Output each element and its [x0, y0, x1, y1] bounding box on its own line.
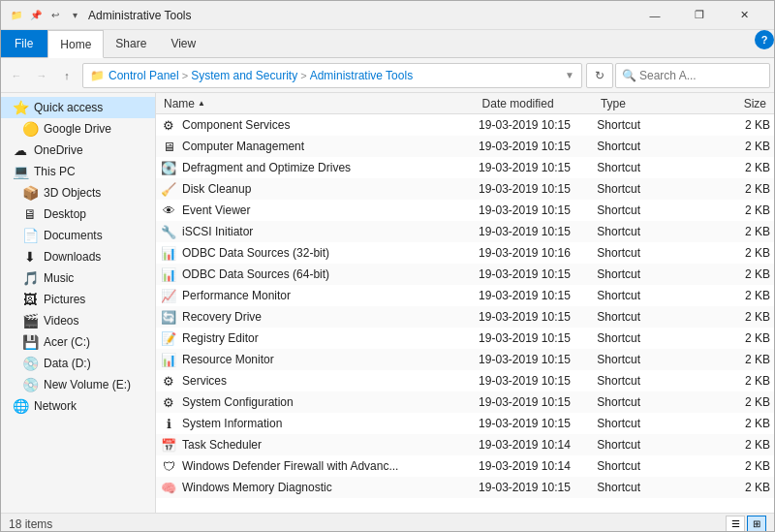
- file-size-7: 2 KB: [698, 267, 770, 281]
- search-bar[interactable]: 🔍: [615, 63, 770, 88]
- sidebar-icon-quick-access: ⭐: [13, 100, 28, 115]
- table-row[interactable]: 🔄 Recovery Drive 19-03-2019 10:15 Shortc…: [156, 306, 774, 328]
- sidebar-label-documents: Documents: [44, 229, 103, 242]
- table-row[interactable]: 💽 Defragment and Optimize Drives 19-03-2…: [156, 157, 774, 178]
- file-size-13: 2 KB: [698, 395, 770, 409]
- sidebar: ⭐Quick access🟡Google Drive☁OneDrive💻This…: [1, 93, 156, 513]
- detail-view-button[interactable]: ⊞: [747, 516, 766, 533]
- sidebar-item-acer-c[interactable]: 💾Acer (C:): [1, 331, 155, 353]
- search-input[interactable]: [639, 69, 763, 82]
- table-row[interactable]: 🧹 Disk Cleanup 19-03-2019 10:15 Shortcut…: [156, 178, 774, 200]
- sidebar-label-onedrive: OneDrive: [34, 143, 83, 157]
- file-name-7: 📊 ODBC Data Sources (64-bit): [160, 267, 479, 282]
- col-header-date[interactable]: Date modified: [479, 97, 597, 110]
- sidebar-item-music[interactable]: 🎵Music: [1, 267, 155, 289]
- file-type-8: Shortcut: [597, 289, 697, 302]
- file-type-16: Shortcut: [597, 459, 697, 473]
- table-row[interactable]: 📝 Registry Editor 19-03-2019 10:15 Short…: [156, 328, 774, 349]
- file-date-12: 19-03-2019 10:15: [479, 374, 597, 388]
- file-icon-15: 📅: [160, 438, 177, 453]
- sidebar-item-google-drive[interactable]: 🟡Google Drive: [1, 118, 155, 140]
- minimize-button[interactable]: —: [633, 1, 677, 30]
- sidebar-item-quick-access[interactable]: ⭐Quick access: [1, 97, 155, 118]
- sidebar-item-3d-objects[interactable]: 📦3D Objects: [1, 182, 155, 203]
- file-type-14: Shortcut: [597, 417, 697, 430]
- table-row[interactable]: 🖥 Computer Management 19-03-2019 10:15 S…: [156, 136, 774, 157]
- table-row[interactable]: 📅 Task Scheduler 19-03-2019 10:14 Shortc…: [156, 434, 774, 455]
- table-row[interactable]: ℹ System Information 19-03-2019 10:15 Sh…: [156, 413, 774, 434]
- table-row[interactable]: 🔧 iSCSI Initiator 19-03-2019 10:15 Short…: [156, 221, 774, 242]
- file-size-4: 2 KB: [698, 203, 770, 217]
- address-dropdown-icon[interactable]: ▼: [565, 70, 574, 80]
- refresh-button[interactable]: ↻: [586, 63, 613, 88]
- sidebar-item-documents[interactable]: 📄Documents: [1, 225, 155, 246]
- close-button[interactable]: ✕: [722, 1, 766, 30]
- table-row[interactable]: 📊 Resource Monitor 19-03-2019 10:15 Shor…: [156, 349, 774, 370]
- sidebar-item-new-vol-e[interactable]: 💿New Volume (E:): [1, 374, 155, 395]
- file-name-16: 🛡 Windows Defender Firewall with Advanc.…: [160, 459, 479, 474]
- file-date-2: 19-03-2019 10:15: [479, 161, 597, 174]
- back-button[interactable]: ←: [5, 64, 28, 87]
- sidebar-item-this-pc[interactable]: 💻This PC: [1, 161, 155, 182]
- window-controls: — ❐ ✕: [633, 1, 766, 30]
- sidebar-item-data-d[interactable]: 💿Data (D:): [1, 353, 155, 374]
- file-icon-3: 🧹: [160, 182, 177, 197]
- file-type-13: Shortcut: [597, 395, 697, 409]
- address-bar[interactable]: 📁 Control Panel > System and Security > …: [82, 63, 582, 88]
- table-row[interactable]: 📊 ODBC Data Sources (64-bit) 19-03-2019 …: [156, 264, 774, 285]
- file-name-10: 📝 Registry Editor: [160, 331, 479, 346]
- title-bar: 📁 📌 ↩ ▾ Administrative Tools — ❐ ✕: [1, 1, 774, 30]
- table-row[interactable]: 📊 ODBC Data Sources (32-bit) 19-03-2019 …: [156, 242, 774, 264]
- sidebar-label-data-d: Data (D:): [44, 357, 91, 370]
- sidebar-item-videos[interactable]: 🎬Videos: [1, 310, 155, 331]
- address-admin-tools[interactable]: Administrative Tools: [310, 69, 414, 82]
- col-header-name[interactable]: Name ▲: [160, 97, 479, 110]
- table-row[interactable]: ⚙ System Configuration 19-03-2019 10:15 …: [156, 391, 774, 413]
- sidebar-label-videos: Videos: [44, 314, 78, 328]
- ribbon: File Home Share View ?: [1, 30, 774, 58]
- file-icon-16: 🛡: [160, 459, 177, 474]
- help-button[interactable]: ?: [755, 30, 774, 49]
- file-size-5: 2 KB: [698, 225, 770, 238]
- forward-button[interactable]: →: [30, 64, 53, 87]
- file-name-14: ℹ System Information: [160, 417, 479, 431]
- tab-share[interactable]: Share: [104, 30, 159, 57]
- maximize-button[interactable]: ❐: [677, 1, 722, 30]
- col-header-type[interactable]: Type: [597, 97, 698, 110]
- folder-icon: 📁: [9, 8, 24, 23]
- table-row[interactable]: 👁 Event Viewer 19-03-2019 10:15 Shortcut…: [156, 200, 774, 221]
- file-date-15: 19-03-2019 10:14: [479, 438, 597, 452]
- tab-view[interactable]: View: [159, 30, 208, 57]
- file-icon-1: 🖥: [160, 140, 177, 154]
- table-row[interactable]: ⚙ Component Services 19-03-2019 10:15 Sh…: [156, 114, 774, 136]
- address-sep-1: >: [182, 70, 188, 81]
- sidebar-item-downloads[interactable]: ⬇Downloads: [1, 246, 155, 267]
- file-type-7: Shortcut: [597, 267, 697, 281]
- search-icon: 🔍: [622, 69, 636, 82]
- sidebar-icon-acer-c: 💾: [22, 334, 38, 350]
- file-size-12: 2 KB: [698, 374, 770, 388]
- sidebar-item-network[interactable]: 🌐Network: [1, 395, 155, 417]
- table-row[interactable]: 📈 Performance Monitor 19-03-2019 10:15 S…: [156, 285, 774, 306]
- table-row[interactable]: 🛡 Windows Defender Firewall with Advanc.…: [156, 455, 774, 477]
- tab-file[interactable]: File: [1, 30, 47, 57]
- file-icon-13: ⚙: [160, 395, 177, 410]
- address-system-security[interactable]: System and Security: [191, 69, 297, 82]
- table-row[interactable]: 🧠 Windows Memory Diagnostic 19-03-2019 1…: [156, 477, 774, 498]
- table-row[interactable]: ⚙ Services 19-03-2019 10:15 Shortcut 2 K…: [156, 370, 774, 391]
- tab-home[interactable]: Home: [47, 30, 104, 58]
- col-header-size[interactable]: Size: [698, 97, 770, 110]
- sidebar-item-onedrive[interactable]: ☁OneDrive: [1, 140, 155, 161]
- sidebar-icon-videos: 🎬: [22, 313, 38, 329]
- list-view-button[interactable]: ☰: [726, 516, 745, 533]
- file-icon-8: 📈: [160, 289, 177, 303]
- file-size-3: 2 KB: [698, 182, 770, 196]
- sidebar-label-this-pc: This PC: [34, 165, 76, 178]
- sidebar-item-pictures[interactable]: 🖼Pictures: [1, 289, 155, 310]
- sidebar-item-desktop[interactable]: 🖥Desktop: [1, 203, 155, 225]
- file-date-0: 19-03-2019 10:15: [479, 118, 597, 132]
- file-size-11: 2 KB: [698, 353, 770, 366]
- up-button[interactable]: ↑: [55, 64, 78, 87]
- sidebar-label-pictures: Pictures: [44, 293, 85, 306]
- address-control-panel[interactable]: Control Panel: [108, 69, 179, 82]
